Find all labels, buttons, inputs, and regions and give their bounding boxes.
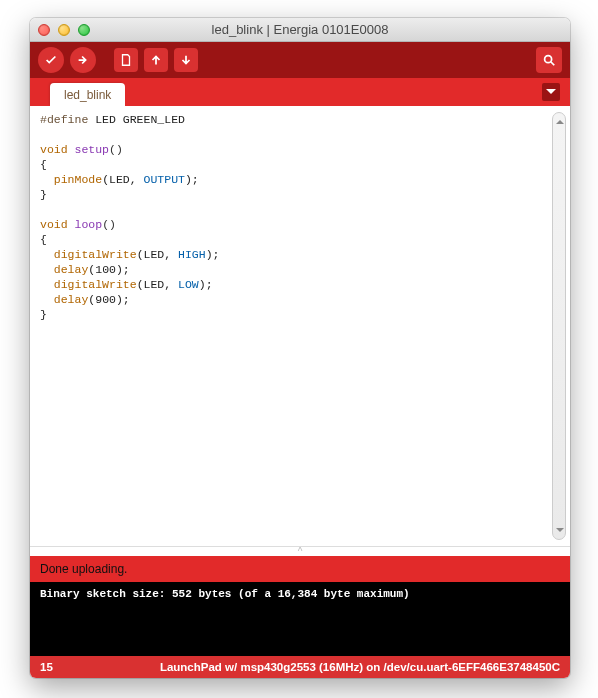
console-output[interactable]: Binary sketch size: 552 bytes (of a 16,3… bbox=[30, 582, 570, 656]
upload-button[interactable] bbox=[70, 47, 96, 73]
window-controls bbox=[38, 24, 90, 36]
console-resize-grip[interactable] bbox=[30, 546, 570, 556]
arrow-down-icon bbox=[179, 53, 193, 67]
tab-bar: led_blink bbox=[30, 78, 570, 106]
arrow-right-icon bbox=[76, 53, 90, 67]
serial-monitor-button[interactable] bbox=[536, 47, 562, 73]
verify-button[interactable] bbox=[38, 47, 64, 73]
code-content: #define LED GREEN_LED void setup() { pin… bbox=[40, 112, 560, 322]
save-sketch-button[interactable] bbox=[174, 48, 198, 72]
line-number: 15 bbox=[40, 661, 53, 673]
status-bar: Done uploading. bbox=[30, 556, 570, 582]
app-window: led_blink | Energia 0101E0008 led_blink … bbox=[30, 18, 570, 678]
new-sketch-button[interactable] bbox=[114, 48, 138, 72]
arrow-up-icon bbox=[149, 53, 163, 67]
check-icon bbox=[44, 53, 58, 67]
footer-bar: 15 LaunchPad w/ msp430g2553 (16MHz) on /… bbox=[30, 656, 570, 678]
window-title: led_blink | Energia 0101E0008 bbox=[30, 22, 570, 37]
tab-active[interactable]: led_blink bbox=[50, 83, 125, 106]
vertical-scrollbar[interactable] bbox=[552, 112, 566, 540]
close-window-button[interactable] bbox=[38, 24, 50, 36]
scroll-up-icon[interactable] bbox=[556, 116, 564, 124]
code-editor[interactable]: #define LED GREEN_LED void setup() { pin… bbox=[30, 106, 570, 546]
zoom-window-button[interactable] bbox=[78, 24, 90, 36]
board-port-info: LaunchPad w/ msp430g2553 (16MHz) on /dev… bbox=[160, 661, 560, 673]
tab-menu-button[interactable] bbox=[542, 83, 560, 101]
open-sketch-button[interactable] bbox=[144, 48, 168, 72]
file-icon bbox=[119, 53, 133, 67]
minimize-window-button[interactable] bbox=[58, 24, 70, 36]
toolbar bbox=[30, 42, 570, 78]
scroll-down-icon[interactable] bbox=[556, 528, 564, 536]
console-line: Binary sketch size: 552 bytes (of a 16,3… bbox=[40, 588, 560, 600]
svg-point-0 bbox=[545, 56, 552, 63]
magnifier-icon bbox=[542, 53, 556, 67]
titlebar: led_blink | Energia 0101E0008 bbox=[30, 18, 570, 42]
